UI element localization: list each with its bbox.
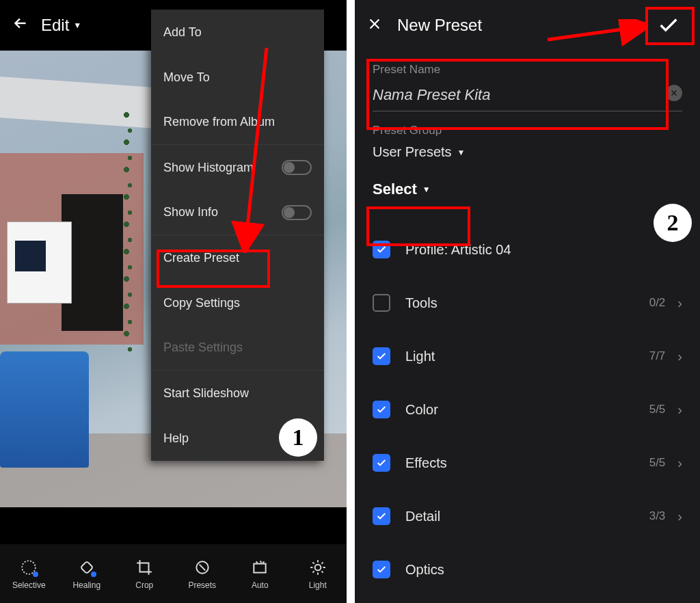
checkbox-light[interactable] xyxy=(373,347,390,365)
menu-show-histogram[interactable]: Show Histogram xyxy=(151,145,324,190)
right-header: New Preset xyxy=(355,0,700,51)
edit-dropdown[interactable]: Edit ▼ xyxy=(41,16,81,35)
menu-label: Move To xyxy=(163,70,210,85)
tool-healing[interactable]: Healing xyxy=(58,544,116,603)
edit-screen: Edit ▼ Add To Move To Remove from Album … xyxy=(0,0,347,603)
row-detail[interactable]: Detail 3/3 › xyxy=(355,490,700,543)
bottom-toolbar: Selective Healing Crop Presets Auto Ligh… xyxy=(0,544,347,603)
row-count: 3/3 xyxy=(649,509,666,523)
checkbox-optics[interactable] xyxy=(373,561,390,578)
row-count: 7/7 xyxy=(649,349,666,363)
menu-label: Copy Settings xyxy=(163,296,240,310)
tool-light[interactable]: Light xyxy=(289,544,347,603)
chevron-right-icon: › xyxy=(677,295,682,311)
tool-crop[interactable]: Crop xyxy=(116,544,174,603)
checkbox-profile[interactable] xyxy=(373,241,390,258)
preset-group-value: User Presets xyxy=(373,144,452,160)
new-preset-screen: New Preset Preset Name Preset Group User… xyxy=(355,0,700,603)
selective-icon xyxy=(18,557,39,578)
crop-icon xyxy=(134,557,154,578)
back-button[interactable] xyxy=(0,14,41,37)
menu-add-to[interactable]: Add To xyxy=(151,10,324,55)
chevron-right-icon: › xyxy=(677,455,682,471)
row-count: 5/5 xyxy=(649,403,666,416)
preset-group-label: Preset Group xyxy=(373,124,682,137)
menu-label: Show Histogram xyxy=(163,161,254,175)
histogram-toggle[interactable] xyxy=(282,160,312,175)
confirm-button[interactable] xyxy=(649,12,688,38)
row-label: Detail xyxy=(405,509,649,524)
tool-label: Presets xyxy=(188,580,216,590)
menu-label: Start Slideshow xyxy=(163,386,249,401)
row-label: Profile: Artistic 04 xyxy=(405,242,682,258)
info-toggle[interactable] xyxy=(282,205,312,220)
new-preset-title: New Preset xyxy=(397,16,482,35)
preset-name-input[interactable] xyxy=(373,82,682,111)
context-menu: Add To Move To Remove from Album Show Hi… xyxy=(151,10,324,461)
row-optics[interactable]: Optics xyxy=(355,543,700,596)
menu-copy-settings[interactable]: Copy Settings xyxy=(151,280,324,325)
row-tools[interactable]: Tools 0/2 › xyxy=(355,276,700,330)
settings-list: Profile: Artistic 04 Tools 0/2 › Light 7… xyxy=(355,223,700,596)
row-label: Optics xyxy=(405,562,682,578)
checkbox-color[interactable] xyxy=(373,401,390,418)
tool-label: Selective xyxy=(12,580,46,590)
select-dropdown[interactable]: Select ▼ xyxy=(373,180,682,198)
chevron-right-icon: › xyxy=(677,349,682,364)
row-effects[interactable]: Effects 5/5 › xyxy=(355,436,700,490)
row-light[interactable]: Light 7/7 › xyxy=(355,330,700,383)
tool-auto[interactable]: Auto xyxy=(231,544,289,603)
select-label: Select xyxy=(373,180,417,198)
tool-selective[interactable]: Selective xyxy=(0,544,58,603)
menu-create-preset[interactable]: Create Preset xyxy=(151,235,324,280)
row-label: Color xyxy=(405,402,649,418)
menu-label: Paste Settings xyxy=(163,340,243,355)
row-label: Effects xyxy=(405,455,649,471)
presets-icon xyxy=(192,557,213,578)
tool-presets[interactable]: Presets xyxy=(174,544,232,603)
row-profile[interactable]: Profile: Artistic 04 xyxy=(355,223,700,276)
preset-name-label: Preset Name xyxy=(373,63,682,77)
menu-label: Create Preset xyxy=(163,251,239,265)
close-button[interactable] xyxy=(367,15,397,36)
chevron-down-icon: ▼ xyxy=(422,185,431,194)
clear-input-button[interactable] xyxy=(666,85,682,101)
preset-group-section: Preset Group User Presets ▼ Select ▼ xyxy=(355,124,700,198)
auto-icon xyxy=(250,557,270,578)
menu-label: Help xyxy=(163,431,189,446)
row-label: Light xyxy=(405,349,649,364)
composite-screenshot: Edit ▼ Add To Move To Remove from Album … xyxy=(0,0,700,603)
edit-label: Edit xyxy=(41,16,69,35)
row-label: Tools xyxy=(405,295,649,311)
checkbox-detail[interactable] xyxy=(373,507,390,525)
chevron-right-icon: › xyxy=(677,509,682,524)
menu-show-info[interactable]: Show Info xyxy=(151,190,324,235)
row-color[interactable]: Color 5/5 › xyxy=(355,383,700,436)
chevron-right-icon: › xyxy=(677,402,682,418)
menu-move-to[interactable]: Move To xyxy=(151,55,324,100)
menu-label: Remove from Album xyxy=(163,115,275,129)
checkbox-effects[interactable] xyxy=(373,454,390,472)
preset-name-section: Preset Name xyxy=(355,63,700,111)
checkbox-tools[interactable] xyxy=(373,294,390,312)
chevron-down-icon: ▼ xyxy=(73,21,81,30)
menu-label: Show Info xyxy=(163,205,218,219)
tool-label: Crop xyxy=(135,580,153,590)
preset-group-dropdown[interactable]: User Presets ▼ xyxy=(373,144,682,160)
tool-label: Light xyxy=(309,580,327,590)
menu-start-slideshow[interactable]: Start Slideshow xyxy=(151,371,324,416)
tool-label: Auto xyxy=(252,580,269,590)
menu-help[interactable]: Help xyxy=(151,416,324,461)
menu-label: Add To xyxy=(163,25,202,40)
row-count: 5/5 xyxy=(649,456,666,470)
svg-rect-3 xyxy=(254,564,266,573)
svg-point-4 xyxy=(314,565,321,571)
menu-paste-settings: Paste Settings xyxy=(151,325,324,371)
tool-label: Healing xyxy=(72,580,100,590)
menu-remove-album[interactable]: Remove from Album xyxy=(151,100,324,145)
chevron-down-icon: ▼ xyxy=(457,148,466,157)
light-icon xyxy=(308,557,328,578)
healing-icon xyxy=(77,557,97,578)
row-count: 0/2 xyxy=(649,296,666,310)
